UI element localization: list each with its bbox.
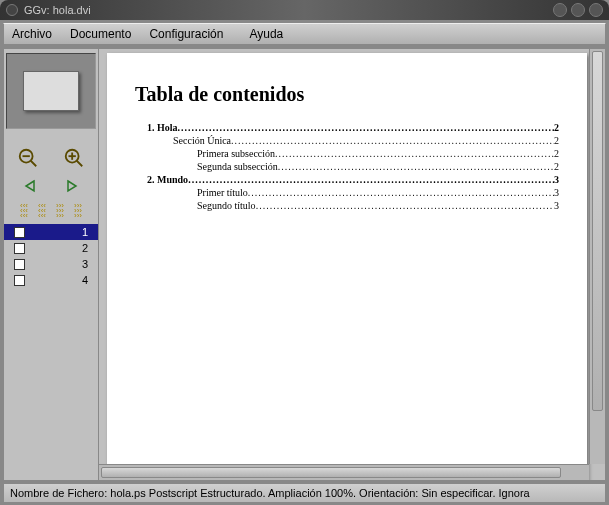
page-thumbnail[interactable]	[23, 71, 79, 111]
toc-label: Primera subsección	[197, 148, 275, 159]
close-button[interactable]	[589, 3, 603, 17]
window-controls	[553, 3, 603, 17]
menu-file[interactable]: Archivo	[12, 27, 52, 41]
toc-page: 3	[554, 187, 559, 198]
unmark-all-button[interactable]: ›››››››››	[74, 203, 82, 218]
page-checkbox[interactable]	[14, 275, 25, 286]
page-number: 4	[82, 274, 88, 286]
toc-entry: Segunda subsección......................…	[197, 161, 559, 172]
status-text: Nombre de Fichero: hola.ps Postscript Es…	[10, 487, 530, 499]
arrow-left-icon	[22, 179, 38, 193]
app-window: GGv: hola.dvi Archivo Documento Configur…	[0, 0, 609, 505]
sidebar: ‹‹‹‹‹‹‹‹‹ ‹‹‹‹‹‹‹‹‹ ››››››››› ››››››››› …	[3, 48, 99, 481]
arrow-right-icon	[64, 179, 80, 193]
toc-label: 1. Hola	[147, 122, 178, 133]
toc-page: 2	[554, 161, 559, 172]
page-checkbox[interactable]	[14, 227, 25, 238]
page-number: 1	[82, 226, 88, 238]
scrollbar-thumb[interactable]	[592, 51, 603, 411]
page-list-item[interactable]: 2	[4, 240, 98, 256]
menu-config[interactable]: Configuración	[149, 27, 223, 41]
toc-entry: Segundo título..........................…	[197, 200, 559, 211]
document-viewport[interactable]: Tabla de contenidos 1. Hola.............…	[99, 48, 606, 481]
menubar: Archivo Documento Configuración Ayuda	[3, 23, 606, 45]
page-list-item[interactable]: 1	[4, 224, 98, 240]
menu-document[interactable]: Documento	[70, 27, 131, 41]
maximize-button[interactable]	[571, 3, 585, 17]
toc-page: 3	[554, 200, 559, 211]
toc-label: 2. Mundo	[147, 174, 188, 185]
page-checkbox[interactable]	[14, 243, 25, 254]
page-checkbox[interactable]	[14, 259, 25, 270]
toc-dots: ........................................…	[231, 135, 554, 146]
svg-marker-8	[68, 181, 76, 191]
mark-all-button[interactable]: ‹‹‹‹‹‹‹‹‹	[20, 203, 28, 218]
toc-label: Sección Única	[173, 135, 231, 146]
page-number: 3	[82, 258, 88, 270]
nav-controls	[19, 177, 83, 195]
page-list-item[interactable]: 4	[4, 272, 98, 288]
minimize-button[interactable]	[553, 3, 567, 17]
mark-even-button[interactable]: ›››››››››	[56, 203, 64, 218]
table-of-contents: 1. Hola.................................…	[135, 122, 559, 211]
prev-page-button[interactable]	[19, 177, 41, 195]
toc-label: Primer título	[197, 187, 248, 198]
toc-entry: Primera subsección......................…	[197, 148, 559, 159]
svg-line-1	[31, 161, 37, 167]
scrollbar-thumb[interactable]	[101, 467, 561, 478]
zoom-controls	[15, 145, 87, 171]
svg-line-4	[77, 161, 83, 167]
statusbar: Nombre de Fichero: hola.ps Postscript Es…	[3, 483, 606, 503]
page-list-item[interactable]: 3	[4, 256, 98, 272]
page-list: 1 2 3 4	[4, 224, 98, 288]
zoom-out-button[interactable]	[15, 145, 41, 171]
toc-page: 2	[554, 135, 559, 146]
zoom-in-button[interactable]	[61, 145, 87, 171]
horizontal-scrollbar[interactable]	[99, 464, 589, 480]
zoom-out-icon	[17, 147, 39, 169]
toc-entry: 2. Mundo................................…	[147, 174, 559, 185]
toc-entry: Sección Única...........................…	[173, 135, 559, 146]
toc-page: 2	[554, 148, 559, 159]
toc-entry: Primer título...........................…	[197, 187, 559, 198]
toc-dots: ........................................…	[278, 161, 554, 172]
toc-label: Segunda subsección	[197, 161, 278, 172]
titlebar[interactable]: GGv: hola.dvi	[0, 0, 609, 20]
toc-dots: ........................................…	[275, 148, 554, 159]
toc-page: 2	[554, 122, 559, 133]
mark-odd-button[interactable]: ‹‹‹‹‹‹‹‹‹	[38, 203, 46, 218]
toc-dots: ........................................…	[248, 187, 554, 198]
toc-dots: ........................................…	[188, 174, 554, 185]
document-title: Tabla de contenidos	[135, 83, 559, 106]
app-icon	[6, 4, 18, 16]
page-number: 2	[82, 242, 88, 254]
svg-marker-7	[26, 181, 34, 191]
next-page-button[interactable]	[61, 177, 83, 195]
document-page: Tabla de contenidos 1. Hola.............…	[107, 53, 587, 481]
toc-page: 3	[554, 174, 559, 185]
toc-entry: 1. Hola.................................…	[147, 122, 559, 133]
vertical-scrollbar[interactable]	[589, 49, 605, 464]
window-title: GGv: hola.dvi	[24, 4, 553, 16]
mark-controls: ‹‹‹‹‹‹‹‹‹ ‹‹‹‹‹‹‹‹‹ ››››››››› ›››››››››	[4, 203, 98, 218]
menu-help[interactable]: Ayuda	[249, 27, 283, 41]
toc-label: Segundo título	[197, 200, 256, 211]
toc-dots: ........................................…	[178, 122, 554, 133]
thumbnail-area	[6, 53, 96, 129]
toc-dots: ........................................…	[256, 200, 554, 211]
zoom-in-icon	[63, 147, 85, 169]
content-area: ‹‹‹‹‹‹‹‹‹ ‹‹‹‹‹‹‹‹‹ ››››››››› ››››››››› …	[3, 48, 606, 481]
